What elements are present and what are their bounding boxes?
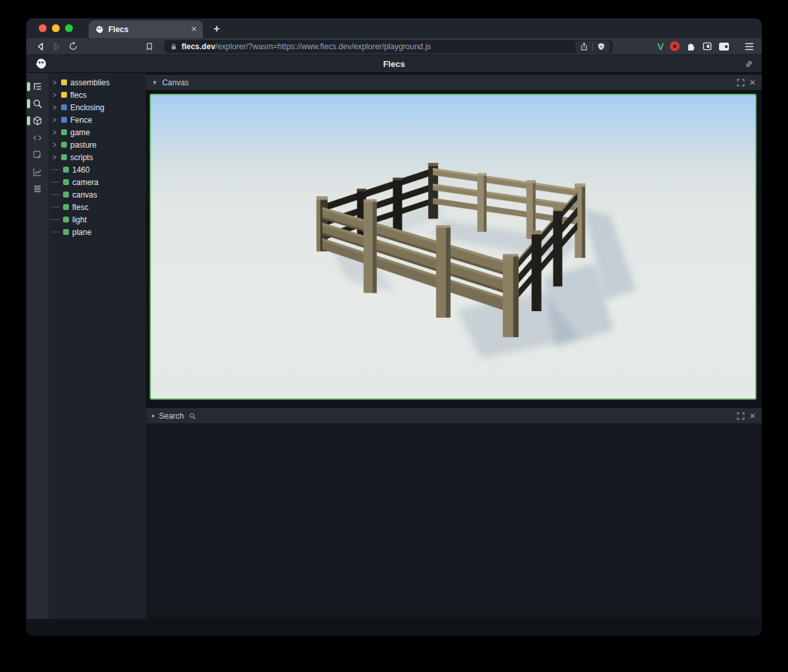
vue-devtools-icon[interactable]: V — [657, 41, 664, 52]
entity-label: pasture — [70, 140, 97, 150]
tree-row[interactable]: >Fence — [51, 114, 146, 126]
tree-row[interactable]: canvas — [51, 188, 146, 201]
entity-color-badge — [61, 142, 67, 148]
entity-label: Enclosing — [70, 103, 104, 112]
tree-connector — [51, 182, 60, 183]
sidebar-item-scene-canvas[interactable] — [26, 112, 49, 129]
fullscreen-icon[interactable] — [737, 412, 745, 420]
url-actions — [575, 41, 610, 52]
sidebar-item-code-editor[interactable] — [26, 129, 49, 146]
tab-close-icon[interactable]: ✕ — [191, 25, 197, 33]
tree-row[interactable]: >game — [51, 126, 146, 138]
share-link-icon[interactable] — [744, 59, 754, 69]
entity-color-badge — [63, 217, 69, 222]
entity-label: canvas — [72, 190, 97, 200]
url-path: /explorer/?wasm=https://www.flecs.dev/ex… — [215, 42, 431, 51]
collapsed-indicator-icon[interactable] — [152, 415, 154, 417]
sidebar-item-statistics[interactable] — [26, 163, 49, 180]
main-panel-area: ▼ Canvas ✕ — [146, 73, 762, 619]
entity-color-badge — [61, 79, 67, 85]
tree-connector — [51, 207, 60, 208]
expand-icon[interactable]: > — [51, 103, 58, 112]
expand-icon[interactable]: > — [51, 78, 58, 87]
entity-color-badge — [61, 92, 67, 98]
3d-viewport[interactable] — [150, 94, 756, 400]
entity-tree-panel: >assemblies >flecs >Enclosing >Fence >ga… — [49, 73, 146, 619]
zoom-window-button[interactable] — [65, 24, 73, 32]
tree-row[interactable]: >scripts — [51, 151, 146, 163]
tree-row[interactable]: camera — [51, 176, 146, 188]
browser-window: Flecs ✕ + flecs.dev/explorer/?wasm=https… — [26, 18, 762, 636]
back-icon[interactable] — [34, 40, 47, 53]
tree-icon — [32, 81, 43, 92]
sidebar-item-inspector[interactable] — [26, 146, 49, 163]
tree-row[interactable]: >Enclosing — [51, 101, 146, 114]
entity-color-badge — [63, 204, 69, 210]
active-indicator — [27, 99, 30, 108]
reload-icon[interactable] — [66, 40, 79, 53]
entity-color-badge — [63, 192, 69, 198]
extension-icons: V — [657, 41, 754, 52]
close-panel-icon[interactable]: ✕ — [749, 78, 756, 87]
close-panel-icon[interactable]: ✕ — [749, 411, 756, 421]
url-domain: flecs.dev — [181, 42, 215, 51]
entity-color-badge — [61, 117, 67, 123]
entity-label: flesc — [72, 203, 89, 212]
browser-menu-icon[interactable] — [745, 43, 754, 51]
traffic-lights — [26, 18, 73, 38]
sidebar-item-entity-tree[interactable] — [26, 78, 49, 95]
tree-row[interactable]: flesc — [51, 201, 146, 213]
active-indicator — [27, 116, 30, 125]
app-body: >assemblies >flecs >Enclosing >Fence >ga… — [26, 73, 762, 619]
expand-icon[interactable]: > — [51, 153, 58, 161]
tree-row[interactable]: >assemblies — [51, 76, 146, 89]
bookmark-icon[interactable] — [143, 40, 156, 53]
browser-tab-flecs[interactable]: Flecs ✕ — [89, 20, 203, 38]
panel-gap — [146, 404, 762, 408]
tree-connector — [51, 169, 60, 171]
active-indicator — [27, 82, 30, 91]
sidebar-item-query-search[interactable] — [26, 95, 49, 112]
entity-label: camera — [72, 178, 98, 187]
red-extension-icon[interactable] — [670, 41, 680, 51]
wallet-icon[interactable] — [718, 42, 730, 51]
new-tab-button[interactable]: + — [213, 22, 220, 35]
expand-icon[interactable]: > — [51, 91, 58, 99]
canvas-panel-body — [146, 90, 762, 404]
tree-row[interactable]: >flecs — [51, 89, 146, 101]
expand-icon[interactable]: > — [51, 116, 58, 124]
tree-row[interactable]: plane — [51, 226, 146, 238]
extensions-puzzle-icon[interactable] — [686, 41, 696, 52]
fullscreen-icon[interactable] — [737, 79, 745, 87]
toolbar-separator — [592, 43, 593, 51]
url-bar[interactable]: flecs.dev/explorer/?wasm=https://www.fle… — [164, 40, 613, 53]
sidebar-item-tables[interactable] — [26, 180, 49, 198]
close-window-button[interactable] — [39, 24, 47, 32]
url-text: flecs.dev/explorer/?wasm=https://www.fle… — [181, 42, 431, 51]
minimize-window-button[interactable] — [52, 24, 60, 32]
tree-connector — [51, 219, 60, 220]
code-icon — [32, 133, 43, 143]
entity-label: 1460 — [72, 165, 90, 175]
tree-row[interactable]: light — [51, 213, 146, 226]
expand-icon[interactable]: > — [51, 140, 58, 149]
browser-toolbar: flecs.dev/explorer/?wasm=https://www.fle… — [26, 38, 762, 55]
share-icon[interactable] — [580, 42, 588, 51]
chevron-down-icon[interactable]: ▼ — [152, 79, 158, 86]
entity-label: assemblies — [70, 78, 110, 87]
entity-label: plane — [72, 228, 91, 237]
search-panel-header[interactable]: Search ✕ — [146, 408, 762, 423]
entity-label: game — [70, 128, 90, 137]
fence-3d-render — [151, 95, 755, 398]
entity-color-badge — [61, 154, 67, 160]
forward-icon[interactable] — [51, 40, 64, 53]
tree-row[interactable]: 1460 — [51, 163, 146, 176]
canvas-panel-header[interactable]: ▼ Canvas ✕ — [146, 75, 762, 90]
sidebar-panel-icon[interactable] — [702, 41, 712, 51]
brave-shield-icon[interactable] — [597, 42, 605, 51]
tree-row[interactable]: >pasture — [51, 138, 146, 151]
lock-icon — [170, 43, 177, 51]
line-chart-icon — [32, 167, 43, 177]
tab-title: Flecs — [108, 25, 129, 34]
expand-icon[interactable]: > — [51, 128, 58, 136]
